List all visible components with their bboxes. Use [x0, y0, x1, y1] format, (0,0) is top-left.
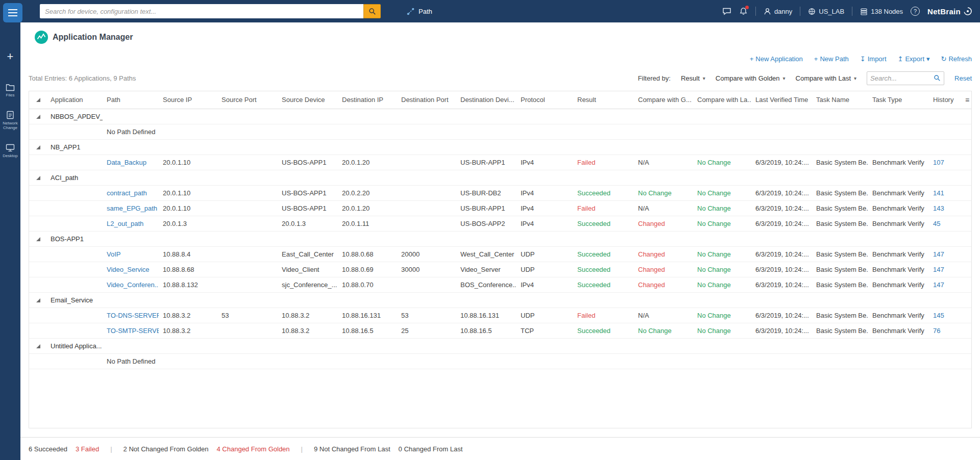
notifications-bell-icon[interactable]: [739, 7, 748, 16]
history-link[interactable]: 141: [933, 189, 944, 197]
application-group-row[interactable]: Email_Service: [29, 292, 972, 308]
col-source-device[interactable]: Source Device: [278, 91, 338, 109]
result: Succeeded: [573, 246, 634, 262]
history-link[interactable]: 76: [933, 327, 940, 335]
collapse-group-icon[interactable]: [36, 298, 40, 302]
task-name: Basic System Be...: [812, 246, 868, 262]
history-link[interactable]: 147: [933, 281, 944, 289]
reset-filters-link[interactable]: Reset: [954, 74, 972, 82]
protocol: IPv4: [517, 216, 573, 231]
filtered-by-label: Filtered by:: [638, 74, 671, 82]
path-link[interactable]: same_EPG_path: [107, 205, 157, 212]
col-destination-port[interactable]: Destination Port: [397, 91, 456, 109]
user-menu[interactable]: danny: [764, 8, 792, 15]
collapse-group-icon[interactable]: [36, 145, 40, 149]
path-link[interactable]: VoIP: [107, 250, 120, 258]
col-compare-with-golden[interactable]: Compare with G...: [634, 91, 693, 109]
domain-menu[interactable]: US_LAB: [808, 8, 844, 15]
result-filter-dropdown[interactable]: Result ▾: [681, 74, 705, 82]
history-link[interactable]: 143: [933, 205, 944, 212]
plus-icon: +: [814, 55, 818, 63]
path-row[interactable]: contract_path20.0.1.10US-BOS-APP120.0.2.…: [29, 185, 972, 200]
col-source-port[interactable]: Source Port: [217, 91, 278, 109]
global-search-button[interactable]: [363, 4, 381, 18]
application-group-row[interactable]: BOS-APP1: [29, 231, 972, 246]
col-history[interactable]: History: [929, 91, 961, 109]
application-group-row[interactable]: NB_APP1: [29, 139, 972, 155]
sidebar-item-network-change[interactable]: Network Change: [0, 111, 20, 130]
col-application[interactable]: Application: [46, 91, 103, 109]
path-cell: Video_Conferen...: [103, 277, 159, 292]
result: Succeeded: [573, 323, 634, 338]
main-menu-button[interactable]: [3, 3, 22, 22]
path-row[interactable]: same_EPG_path20.0.1.10US-BOS-APP120.0.1.…: [29, 200, 972, 216]
history-link[interactable]: 147: [933, 250, 944, 258]
result: Succeeded: [573, 185, 634, 200]
col-task-type[interactable]: Task Type: [868, 91, 929, 109]
path-link[interactable]: Data_Backup: [107, 159, 146, 166]
path-row[interactable]: Data_Backup20.0.1.10US-BOS-APP120.0.1.20…: [29, 155, 972, 170]
new-application-button[interactable]: + New Application: [750, 55, 803, 63]
path-row[interactable]: VoIP10.88.8.4East_Call_Center10.88.0.682…: [29, 246, 972, 262]
col-path[interactable]: Path: [103, 91, 159, 109]
table-search-input[interactable]: [870, 74, 934, 82]
application-group-row[interactable]: ACI_path: [29, 170, 972, 185]
help-icon[interactable]: ?: [911, 7, 920, 16]
sidebar-item-desktop[interactable]: Desktop: [0, 144, 20, 158]
sidebar-item-files[interactable]: Files: [0, 84, 20, 97]
history-link[interactable]: 145: [933, 312, 944, 319]
search-icon[interactable]: [934, 74, 941, 82]
col-result[interactable]: Result: [573, 91, 634, 109]
col-task-name[interactable]: Task Name: [812, 91, 868, 109]
collapse-group-icon[interactable]: [36, 115, 40, 119]
sidebar-add-button[interactable]: +: [7, 51, 14, 62]
chat-icon[interactable]: [722, 7, 731, 16]
path-link[interactable]: Video_Conferen...: [107, 281, 159, 289]
path-row[interactable]: L2_out_path20.0.1.320.0.1.320.0.1.11US-B…: [29, 216, 972, 231]
path-row[interactable]: Video_Conferen...10.88.8.132sjc_Conferen…: [29, 277, 972, 292]
chevron-down-icon: ▾: [854, 75, 856, 81]
col-last-verified-time[interactable]: Last Verified Time: [751, 91, 812, 109]
application-group-row[interactable]: NBBOS_APDEV_...: [29, 109, 972, 124]
destination-ip: 20.0.1.20: [338, 155, 397, 170]
path-link[interactable]: L2_out_path: [107, 220, 143, 227]
protocol: UDP: [517, 308, 573, 323]
page-title: Application Manager: [53, 33, 133, 42]
export-button[interactable]: ↥ Export ▾: [898, 55, 930, 63]
col-destination-device[interactable]: Destination Devi...: [456, 91, 517, 109]
col-compare-with-last[interactable]: Compare with La...: [693, 91, 751, 109]
path-link[interactable]: Video_Service: [107, 266, 150, 273]
path-row[interactable]: TO-DNS-SERVER10.88.3.25310.88.3.210.88.1…: [29, 308, 972, 323]
col-protocol[interactable]: Protocol: [517, 91, 573, 109]
column-menu-icon[interactable]: ≡: [961, 91, 972, 109]
compare-with-last-dropdown[interactable]: Compare with Last ▾: [796, 74, 856, 82]
path-link[interactable]: TO-SMTP-SERVER: [107, 327, 159, 335]
collapse-group-icon[interactable]: [36, 237, 40, 241]
path-row[interactable]: Video_Service10.88.8.68Video_Client10.88…: [29, 262, 972, 277]
history-link[interactable]: 107: [933, 159, 944, 166]
source-ip: 10.88.3.2: [159, 323, 217, 338]
history-link[interactable]: 147: [933, 266, 944, 273]
path-link[interactable]: contract_path: [107, 189, 147, 197]
refresh-button[interactable]: ↻ Refresh: [941, 55, 972, 63]
collapse-all-header[interactable]: [29, 91, 46, 109]
application-group-row[interactable]: Untitled Applica...: [29, 338, 972, 353]
global-search-input[interactable]: [40, 4, 363, 18]
col-destination-ip[interactable]: Destination IP: [338, 91, 397, 109]
source-port: [217, 200, 278, 216]
path-link[interactable]: TO-DNS-SERVER: [107, 312, 159, 319]
path-menu-item[interactable]: Path: [406, 7, 432, 16]
folder-icon: [6, 84, 15, 91]
collapse-group-icon[interactable]: [36, 176, 40, 180]
new-path-button[interactable]: + New Path: [814, 55, 849, 63]
source-device: US-BOS-APP1: [278, 155, 338, 170]
path-row[interactable]: TO-SMTP-SERVER10.88.3.210.88.3.210.88.16…: [29, 323, 972, 338]
col-source-ip[interactable]: Source IP: [159, 91, 217, 109]
table-search-box: [867, 71, 944, 85]
compare-with-golden-dropdown[interactable]: Compare with Golden ▾: [716, 74, 786, 82]
divider: [852, 7, 852, 16]
collapse-group-icon[interactable]: [36, 344, 40, 348]
history-link[interactable]: 45: [933, 220, 940, 227]
nodes-menu[interactable]: 138 Nodes: [860, 8, 903, 15]
import-button[interactable]: ↧ Import: [860, 55, 887, 63]
